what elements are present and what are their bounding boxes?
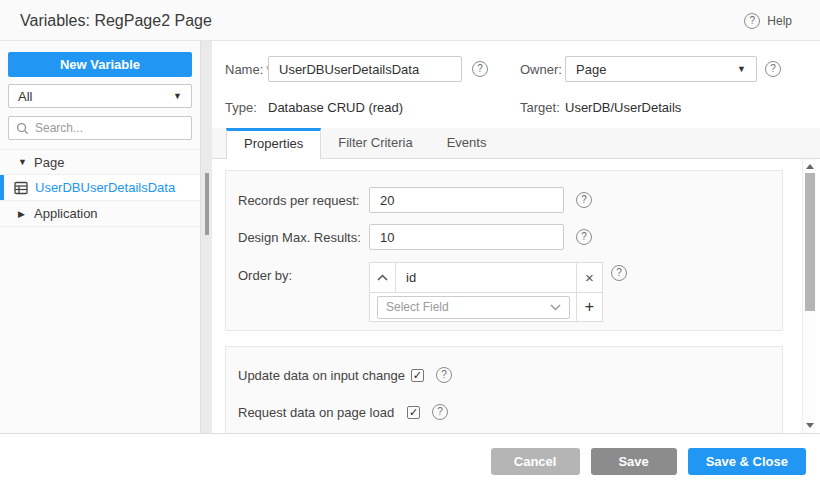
target-label: Target:: [520, 100, 560, 115]
variable-name-input[interactable]: [268, 56, 462, 82]
save-button[interactable]: Save: [591, 448, 677, 475]
content-scrollbar-thumb[interactable]: [805, 173, 815, 311]
scroll-up-arrow-icon[interactable]: [806, 164, 814, 169]
update-data-help-icon[interactable]: ?: [436, 367, 452, 383]
order-by-add-row: Select Field +: [370, 292, 602, 321]
cancel-button[interactable]: Cancel: [491, 448, 580, 475]
update-data-row: Update data on input change ✓ ?: [238, 367, 452, 383]
behavior-settings-panel: Update data on input change ✓ ? Request …: [225, 346, 783, 433]
records-per-request-label: Records per request:: [238, 193, 359, 208]
save-and-close-button[interactable]: Save & Close: [688, 448, 806, 475]
variables-dialog: Variables: RegPage2 Page ? Help New Vari…: [0, 0, 820, 486]
remove-field-button[interactable]: ×: [576, 263, 602, 292]
select-field-dropdown[interactable]: Select Field: [377, 296, 570, 319]
owner-selected-value: Page: [576, 62, 606, 77]
sidebar-scrollbar-thumb[interactable]: [205, 173, 209, 235]
records-per-request-input[interactable]: [369, 187, 564, 213]
chevron-up-icon: [377, 274, 388, 281]
owner-help-icon[interactable]: ?: [765, 61, 781, 77]
help-icon[interactable]: ?: [744, 13, 760, 29]
help-link[interactable]: ? Help: [744, 13, 792, 29]
variable-filter-select[interactable]: All ▼: [8, 84, 192, 108]
request-data-help-icon[interactable]: ?: [432, 404, 448, 420]
chevron-down-icon: [550, 304, 561, 311]
request-data-row: Request data on page load ✓ ?: [238, 404, 448, 420]
design-max-results-input[interactable]: [369, 224, 564, 250]
search-icon: [16, 122, 29, 135]
design-max-help-icon[interactable]: ?: [576, 229, 592, 245]
new-variable-button[interactable]: New Variable: [8, 52, 192, 77]
tree-group-application[interactable]: ▶ Application: [0, 201, 200, 227]
sidebar-scrollbar[interactable]: [200, 41, 212, 433]
tab-events[interactable]: Events: [430, 128, 504, 159]
help-label[interactable]: Help: [767, 14, 792, 28]
update-data-label: Update data on input change: [238, 368, 405, 383]
tab-filter-criteria[interactable]: Filter Criteria: [321, 128, 429, 159]
request-data-label: Request data on page load: [238, 405, 394, 420]
scroll-down-arrow-icon[interactable]: [806, 423, 814, 428]
chevron-expanded-icon[interactable]: ▼: [18, 157, 34, 167]
records-help-icon[interactable]: ?: [576, 192, 592, 208]
select-field-placeholder: Select Field: [386, 300, 449, 314]
tree-group-label: Application: [34, 206, 98, 221]
tree-group-label: Page: [34, 155, 64, 170]
name-help-icon[interactable]: ?: [472, 61, 488, 77]
add-field-button[interactable]: +: [576, 293, 602, 321]
plus-icon: +: [585, 298, 594, 316]
order-by-entry: id ×: [370, 263, 602, 292]
database-variable-icon: [14, 181, 28, 195]
variables-tree: ▼ Page UserDBUserDetailsData ▶ Applicati…: [0, 149, 200, 227]
type-value: Database CRUD (read): [268, 100, 403, 115]
tree-group-page[interactable]: ▼ Page: [0, 149, 200, 175]
chevron-down-icon: ▼: [173, 91, 182, 101]
design-max-results-label: Design Max. Results:: [238, 230, 361, 245]
tree-item-variable[interactable]: UserDBUserDetailsData: [0, 175, 200, 201]
variable-detail-panel: Name:* ? Owner:* Page ▼ ? Type: Database…: [212, 41, 820, 433]
data-settings-panel: Records per request: ? Design Max. Resul…: [225, 170, 783, 331]
select-field-wrap: Select Field: [370, 293, 576, 321]
filter-selected-value: All: [18, 89, 32, 104]
dialog-title: Variables: RegPage2 Page: [20, 12, 212, 30]
name-label: Name:*: [225, 62, 271, 77]
type-label: Type:: [225, 100, 257, 115]
order-by-widget: id × Select Field: [369, 262, 603, 322]
order-by-label: Order by:: [238, 268, 292, 283]
close-icon: ×: [585, 269, 594, 286]
search-input[interactable]: [35, 121, 175, 135]
sort-direction-button[interactable]: [370, 263, 396, 292]
owner-select[interactable]: Page ▼: [565, 56, 757, 82]
update-data-checkbox[interactable]: ✓: [411, 369, 424, 382]
chevron-down-icon: ▼: [737, 64, 746, 74]
variables-sidebar: New Variable All ▼ ▼ Page: [0, 41, 200, 433]
dialog-footer: Cancel Save Save & Close: [0, 433, 820, 486]
order-by-field-value[interactable]: id: [396, 263, 576, 292]
target-value: UserDB/UserDetails: [565, 100, 681, 115]
search-box[interactable]: [8, 116, 192, 140]
request-data-checkbox[interactable]: ✓: [407, 406, 420, 419]
order-by-help-icon[interactable]: ?: [611, 265, 627, 281]
tree-item-label: UserDBUserDetailsData: [35, 180, 175, 195]
chevron-collapsed-icon[interactable]: ▶: [18, 209, 34, 219]
content-scrollbar[interactable]: [802, 159, 816, 433]
tab-properties[interactable]: Properties: [226, 128, 321, 159]
detail-tabbar: Properties Filter Criteria Events: [212, 128, 820, 159]
owner-label: Owner:*: [520, 62, 570, 77]
dialog-header: Variables: RegPage2 Page ? Help: [0, 0, 820, 41]
